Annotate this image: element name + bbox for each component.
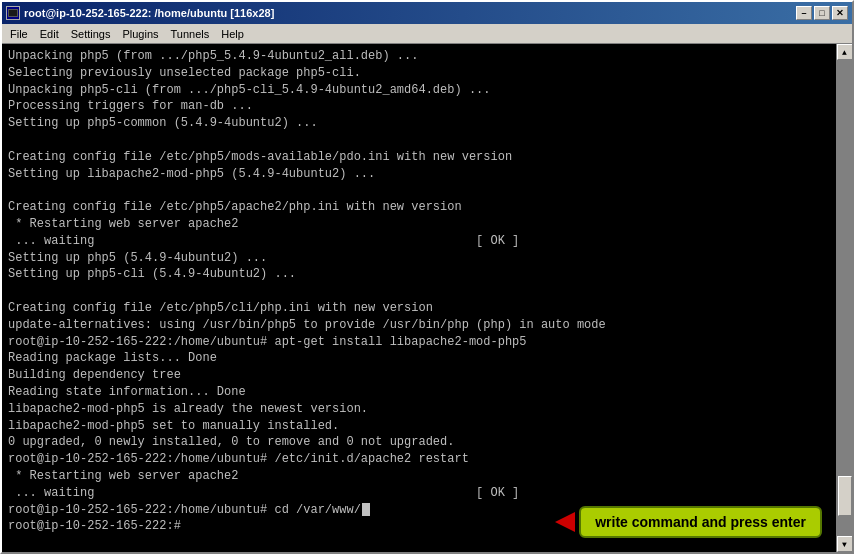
title-bar-text: root@ip-10-252-165-222: /home/ubuntu [11…	[6, 6, 274, 20]
menu-plugins[interactable]: Plugins	[116, 27, 164, 41]
menu-bar: File Edit Settings Plugins Tunnels Help	[2, 24, 852, 44]
title-bar: root@ip-10-252-165-222: /home/ubuntu [11…	[2, 2, 852, 24]
close-button[interactable]: ✕	[832, 6, 848, 20]
app-icon	[6, 6, 20, 20]
terminal-window: root@ip-10-252-165-222: /home/ubuntu [11…	[0, 0, 854, 554]
scrollbar-track[interactable]	[837, 60, 852, 536]
scrollbar[interactable]: ▲ ▼	[836, 44, 852, 552]
menu-help[interactable]: Help	[215, 27, 250, 41]
annotation-bubble: write command and press enter	[579, 506, 822, 538]
menu-edit[interactable]: Edit	[34, 27, 65, 41]
terminal-area[interactable]: Unpacking php5 (from .../php5_5.4.9-4ubu…	[2, 44, 852, 552]
maximize-button[interactable]: □	[814, 6, 830, 20]
scroll-down-button[interactable]: ▼	[837, 536, 853, 552]
menu-file[interactable]: File	[4, 27, 34, 41]
annotation-container: write command and press enter	[555, 506, 822, 538]
annotation-arrow	[555, 512, 575, 532]
menu-settings[interactable]: Settings	[65, 27, 117, 41]
terminal-output: Unpacking php5 (from .../php5_5.4.9-4ubu…	[2, 44, 836, 552]
menu-tunnels[interactable]: Tunnels	[165, 27, 216, 41]
minimize-button[interactable]: –	[796, 6, 812, 20]
window-controls: – □ ✕	[796, 6, 848, 20]
scroll-up-button[interactable]: ▲	[837, 44, 853, 60]
scrollbar-thumb[interactable]	[838, 476, 852, 516]
